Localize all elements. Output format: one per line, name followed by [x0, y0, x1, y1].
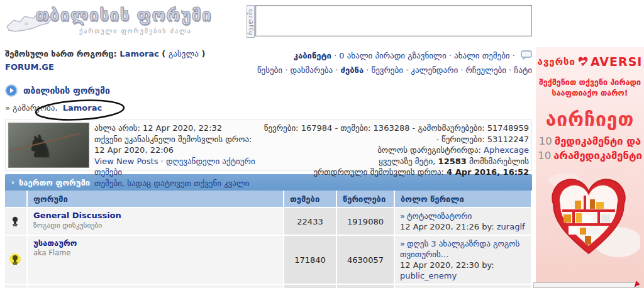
last-post-title-line: »დღეს 3 ახალგაზრდა გოგოს თვითურის...: [400, 238, 526, 260]
nav-private-messages[interactable]: 0 ახალი პირადი გზავნილი: [339, 51, 454, 60]
last-visit: თქვენი უკანასკნელი შემოსვლის დროა: 12 Ap…: [94, 134, 261, 156]
nav-help[interactable]: დახმარება: [290, 65, 340, 75]
breadcrumb-greeting: » გამარჯობა,: [5, 103, 58, 113]
nav-favorites[interactable]: რჩეულები: [466, 65, 514, 75]
chat-bubble-icon[interactable]: [521, 50, 532, 64]
header-icon-cell: [5, 191, 28, 208]
forum-cell: General Discussion ზოგადი დისკუსიები: [28, 208, 284, 236]
session-links-line: View New Posts · დღევანდელი აქტიური თემე…: [94, 156, 261, 178]
header-posts: წერილები: [337, 191, 395, 208]
last-post-link[interactable]: დღეს 3 ახალგაზრდა გოგოს თვითურის...: [400, 239, 519, 259]
aversi-name-latin: AVERSI: [591, 55, 642, 69]
header-topics: თემები: [284, 191, 337, 208]
last-post-meta-line: 12 Apr 2020, 22:30 by: public_enemy: [400, 260, 526, 281]
aversi-logo: ავერსი ♥ AVERSI: [536, 55, 644, 69]
forum-name-link[interactable]: General Discussion: [33, 211, 277, 220]
ad-tagline-line1: შექმენით თქვენი პირადი: [536, 77, 644, 87]
stats-column: წევრები: 167984 - თემები: 1363288 - გამო…: [261, 123, 529, 168]
record-count: 12583: [438, 157, 467, 166]
forum-cell: უსათაურო aka Flame: [28, 236, 284, 285]
record-online-line-1: ყველაზე მეტი, 12583 მომხმარებლის: [261, 156, 529, 167]
aversi-heart-icon: ♥: [577, 57, 589, 66]
topics-count: 22433: [284, 208, 337, 236]
logout-paren-open: (: [162, 49, 165, 58]
last-post-cell: »ტოტალიზატორი 12 Apr 2020, 21:26 by: zur…: [395, 208, 532, 236]
view-new-posts-link[interactable]: View New Posts: [94, 157, 158, 166]
nav-cabinet[interactable]: კაბინეტი: [294, 51, 340, 60]
ad-cta: აირჩიეთ: [536, 108, 644, 130]
forum-description: aka Flame: [33, 248, 277, 257]
nav-search[interactable]: ძებნა: [341, 65, 372, 75]
ad-offer-1: 10მედიკამენტი და: [536, 134, 644, 148]
record-mid: მომხმარებლის: [469, 157, 529, 166]
dot-separator: ·: [161, 157, 164, 166]
last-post-date: 12 Apr 2020, 21:26 by:: [400, 222, 494, 231]
nav-line-2: წესებიდახმარებაძებნაწევრებიკალენდარირჩეუ…: [257, 64, 532, 77]
nav-members[interactable]: წევრები: [372, 65, 411, 75]
last-post-cell: »დღეს 3 ახალგაზრდა გოგოს თვითურის... 12 …: [395, 236, 532, 285]
my-trail-line: თემები, სადაც დატოვეთ თქვენი კვალი: [94, 178, 261, 189]
section-title: საერთო ფორუმი: [19, 178, 90, 187]
newest-member-line: ბოლოს დარეგისტრირდა: Aphexcage: [261, 145, 529, 156]
forum-table: ფორუმი თემები წერილები ბოლო წერილი Gener…: [5, 191, 532, 288]
forum-home-link[interactable]: თბილისის ფორუმი: [23, 86, 110, 96]
aversi-ad[interactable]: ავერსი ♥ AVERSI შექმენით თქვენი პირადი ს…: [536, 47, 644, 288]
forum-ge-page: თბილისის ფორუმი ქართული ფორუმების ძალა რ…: [0, 0, 644, 288]
forum-home-row: თბილისის ფორუმი: [5, 84, 532, 97]
section-arrow-icon: ›: [11, 178, 14, 187]
header-last-post: ბოლო წერილი: [395, 191, 532, 208]
nav-rules[interactable]: წესები: [257, 65, 291, 75]
forum-lamp-icon: [11, 216, 21, 227]
session-stats-panel: ♞ ახლა არის: 12 Apr 2020, 22:32 თქვენი უ…: [5, 119, 532, 171]
newest-member-link[interactable]: Aphexcage: [484, 145, 529, 155]
forum-status-cell: [5, 236, 28, 285]
logged-in-line: შემოსული ხართ როგორც: Lamorac ( გასვლა ): [5, 49, 205, 58]
offer2-number: 10: [538, 150, 551, 162]
posts-count: 4630057: [337, 236, 395, 285]
nav-chat[interactable]: ჩატი: [514, 65, 532, 75]
forum-status-cell: [5, 285, 28, 288]
collapse-toggle-icon[interactable]: [5, 84, 18, 97]
my-trail-link[interactable]: თემები, სადაც დატოვეთ თქვენი კვალი: [94, 179, 250, 188]
user-column: შემოსული ხართ როგორც: Lamorac ( გასვლა )…: [5, 49, 205, 77]
board-stats-summary: წევრები: 167984 - თემები: 1363288 - გამო…: [261, 123, 529, 145]
nav-line-1: კაბინეტი0 ახალი პირადი გზავნილიახალი თემ…: [257, 49, 532, 64]
record-date: 4 Apr 2016, 16:52: [447, 167, 529, 177]
heart-shelf-illustration: [540, 165, 640, 260]
record-prefix: ყველაზე მეტი,: [379, 157, 435, 166]
logo-title: თბილისის ფორუმი: [35, 5, 212, 25]
ad-tagline: შექმენით თქვენი პირადი სააფთიაქო თარო!: [536, 77, 644, 98]
site-link-line: FORUM.GE: [5, 62, 205, 72]
last-post-user-link[interactable]: zuraglf: [497, 222, 525, 231]
forum-ge-link[interactable]: FORUM.GE: [5, 62, 54, 72]
main-content: თბილისის ფორუმი ქართული ფორუმების ძალა რ…: [5, 4, 532, 288]
username-link[interactable]: Lamorac: [119, 49, 158, 58]
nav-calendar[interactable]: კალენდარი: [411, 65, 465, 75]
last-post-link[interactable]: ტოტალიზატორი: [407, 211, 472, 221]
breadcrumb: » გამარჯობა, Lamorac: [5, 103, 532, 117]
knight-image: ♞: [8, 123, 89, 168]
forum-description: ზოგადი დისკუსიები: [33, 221, 277, 230]
site-logo[interactable]: თბილისის ფორუმი ქართული ფორუმების ძალა: [5, 4, 194, 42]
forum-cell: ფორუმის შესახებ თქვენი შეკითხვები და წინ…: [28, 285, 284, 288]
nav-column: კაბინეტი0 ახალი პირადი გზავნილიახალი თემ…: [257, 49, 532, 77]
ad-offer-2: 10არამედიკამენტი: [536, 148, 644, 163]
last-post-cell: »7 თვიანი ბანი მადევს? :lol: 12 Apr 2020…: [395, 285, 532, 288]
time-now: ახლა არის: 12 Apr 2020, 22:32: [94, 123, 261, 134]
forum-name-link[interactable]: უსათაურო: [33, 238, 277, 248]
last-post-title-line: »ტოტალიზატორი: [400, 211, 526, 221]
offer1-number: 10: [539, 135, 552, 147]
nav-new-topics[interactable]: ახალი თემები: [454, 51, 518, 60]
banner-ad-slot[interactable]: [255, 5, 532, 36]
logout-link[interactable]: გასვლა: [169, 49, 199, 58]
last-post-user-link[interactable]: public_enemy: [400, 271, 457, 280]
forum-lamp-lit-icon: [11, 254, 21, 265]
record-online-line-2: ერთდროული შემოსვლის დროა: 4 Apr 2016, 16…: [261, 167, 529, 178]
last-post-meta-line: 12 Apr 2020, 21:26 by: zuraglf: [400, 221, 526, 232]
last-post-date: 12 Apr 2020, 22:30 by:: [400, 260, 494, 270]
breadcrumb-username-link[interactable]: Lamorac: [63, 103, 102, 113]
topics-count: 13994: [284, 285, 337, 288]
logout-paren-close: ): [201, 49, 205, 58]
aversi-name-georgian: ავერსი: [538, 56, 575, 67]
ad-scrollbar[interactable]: [533, 282, 639, 288]
